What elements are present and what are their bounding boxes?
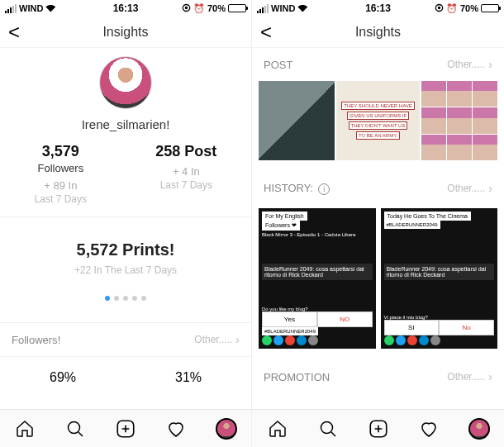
status-bar: WIND 16:13 ⦿ ⏰ 70% <box>0 0 251 17</box>
pager-dots[interactable] <box>0 296 251 301</box>
more-label: Other..... <box>194 334 232 345</box>
prints-value: 5,572 Prints! <box>0 240 251 259</box>
bottom-nav <box>252 409 504 447</box>
poll-no[interactable]: No <box>439 320 494 335</box>
nav-search[interactable] <box>317 418 339 440</box>
svg-point-2 <box>321 421 332 433</box>
status-bar: WIND 16:13 ⦿ ⏰ 70% <box>252 0 504 17</box>
stats-row: 3,579 Followers + 89 In Last 7 Days 258 … <box>0 143 251 217</box>
dot-5[interactable] <box>141 296 146 301</box>
dot-2[interactable] <box>114 296 119 301</box>
carrier-label: WIND <box>19 3 43 13</box>
more-label: Other..... <box>447 59 485 70</box>
header: < Insights <box>0 17 251 48</box>
story-poll[interactable]: SINo <box>384 320 495 335</box>
battery-percent: 70% <box>460 3 478 13</box>
signal-icon <box>5 4 17 13</box>
nav-profile[interactable] <box>468 418 490 440</box>
story-mid: BladeRunner 2049: cosa aspettarsi dal ri… <box>384 264 495 280</box>
history-section[interactable]: HISTORY:i Other..... › <box>252 172 504 205</box>
profile-avatar[interactable] <box>99 56 152 109</box>
battery-icon <box>481 4 499 12</box>
post-section[interactable]: POST Other..... › <box>252 48 504 81</box>
svg-point-0 <box>69 421 80 433</box>
lock-icon: ⦿ <box>182 3 191 13</box>
nav-home[interactable] <box>267 418 288 440</box>
prints-sub: +22 In The Last 7 Days <box>0 264 251 276</box>
followers-value: 3,579 <box>42 143 79 160</box>
pct-row: 69% 31% <box>0 357 251 385</box>
nav-activity[interactable] <box>418 418 440 440</box>
dot-3[interactable] <box>123 296 128 301</box>
alarm-icon: ⏰ <box>193 3 205 14</box>
post-thumb-1[interactable] <box>259 81 335 160</box>
posts-delta: + 4 In <box>173 165 200 178</box>
story-subtitle: Black Mirror 3 - Episodio 1 - Caduta Lib… <box>262 232 373 237</box>
more-label: Other..... <box>447 371 485 383</box>
history-more[interactable]: Other..... › <box>447 182 492 195</box>
content-right: POST Other..... › THEY SHOULD NEVER HAVE… <box>252 48 504 409</box>
nav-activity[interactable] <box>165 418 187 440</box>
history-thumbs: For My English Followers ❤ Black Mirror … <box>252 205 504 360</box>
nav-add[interactable] <box>368 418 389 440</box>
nav-add[interactable] <box>115 418 136 440</box>
wifi-icon <box>297 5 307 12</box>
page-title: Insights <box>102 25 148 40</box>
chevron-right-icon: › <box>488 182 492 195</box>
promotion-more[interactable]: Other..... › <box>447 370 492 383</box>
post-more[interactable]: Other..... › <box>447 58 492 71</box>
followers-label: Followers <box>38 162 84 174</box>
followers-period: Last 7 Days <box>35 193 87 205</box>
banner-line: TO BE AN ARMY. <box>356 131 400 140</box>
share-icons <box>384 335 495 345</box>
screen-left: WIND 16:13 ⦿ ⏰ 70% < Insights Irene_silm… <box>0 0 252 447</box>
poll-yes[interactable]: SI <box>384 320 440 335</box>
followers-stat: 3,579 Followers + 89 In Last 7 Days <box>35 143 87 205</box>
battery-percent: 70% <box>207 3 226 13</box>
posts-period: Last 7 Days <box>160 179 212 191</box>
post-label: POST <box>264 59 292 71</box>
story-poll[interactable]: YesNO <box>262 311 373 327</box>
story-1[interactable]: For My English Followers ❤ Black Mirror … <box>259 208 376 349</box>
content-left: Irene_silmarien! 3,579 Followers + 89 In… <box>0 48 251 409</box>
back-button[interactable]: < <box>260 21 272 44</box>
nav-home[interactable] <box>14 418 36 440</box>
pct-b: 31% <box>175 370 202 385</box>
followers-more[interactable]: Other..... › <box>194 333 240 346</box>
nav-search[interactable] <box>64 418 86 440</box>
prints-block: 5,572 Prints! +22 In The Last 7 Days <box>0 217 251 312</box>
screen-right: WIND 16:13 ⦿ ⏰ 70% < Insights POST Other… <box>252 0 504 447</box>
page-title: Insights <box>355 25 401 40</box>
story-tag: Today He Goes To The Cinema <box>384 212 471 221</box>
avatar-icon <box>468 418 490 440</box>
promotion-section[interactable]: PROMOTION Other..... › <box>252 360 504 393</box>
clock: 16:13 <box>113 2 139 14</box>
story-tag: For My English <box>262 212 307 221</box>
posts-stat: 258 Post + 4 In Last 7 Days <box>155 143 216 205</box>
dot-1[interactable] <box>105 296 110 301</box>
banner-line: THEY DIDN'T WANT US <box>349 121 408 130</box>
nav-profile[interactable] <box>216 418 237 440</box>
dot-4[interactable] <box>132 296 137 301</box>
clock: 16:13 <box>365 2 391 14</box>
followers-section-label: Followers <box>12 334 60 346</box>
post-thumb-3[interactable] <box>421 81 497 160</box>
chevron-right-icon: › <box>235 333 240 346</box>
posts-value: 258 Post <box>155 143 216 160</box>
chevron-right-icon: › <box>488 58 492 71</box>
story-mid: BladeRunner 2049: cosa aspettarsi dal ri… <box>262 264 373 280</box>
post-thumb-2[interactable]: THEY SHOULD NEVER HAVE GIVEN US UNIFORMS… <box>336 81 419 160</box>
poll-yes[interactable]: Yes <box>262 311 317 327</box>
lock-icon: ⦿ <box>435 3 444 13</box>
poll-no[interactable]: NO <box>317 311 373 327</box>
more-label: Other..... <box>447 183 485 194</box>
back-button[interactable]: < <box>8 21 20 44</box>
story-tag: Followers ❤ <box>262 221 300 231</box>
info-icon[interactable]: i <box>318 183 330 195</box>
username: Irene_silmarien! <box>82 117 170 131</box>
story-2[interactable]: Today He Goes To The Cinema #BLADERUNNER… <box>381 208 498 349</box>
followers-section[interactable]: Followers Other..... › <box>0 322 251 357</box>
header: < Insights <box>252 17 504 48</box>
carrier-label: WIND <box>271 3 295 13</box>
wifi-icon <box>45 5 55 12</box>
